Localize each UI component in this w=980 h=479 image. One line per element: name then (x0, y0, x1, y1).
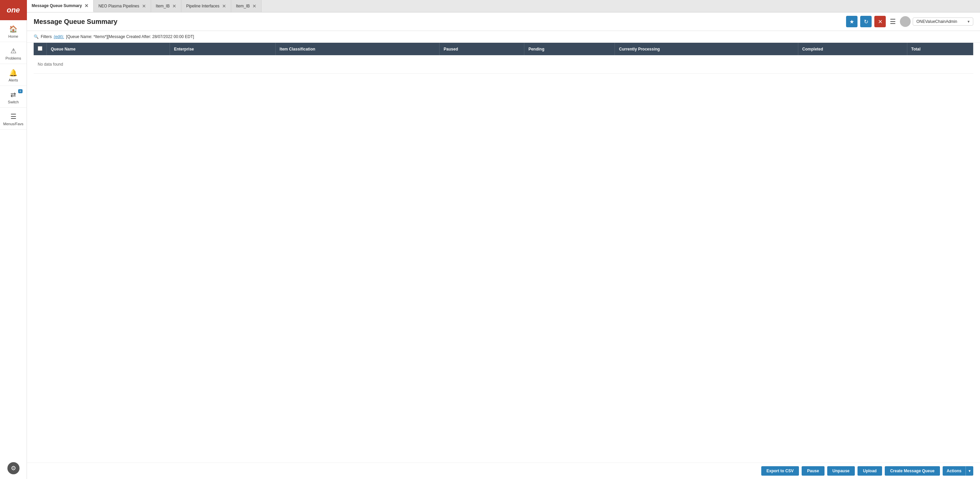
col-queue-name: Queue Name (47, 43, 170, 55)
sidebar-item-home-label: Home (8, 34, 18, 38)
col-completed: Completed (798, 43, 907, 55)
no-data-message: No data found (33, 55, 973, 74)
tab-pipeline-interfaces[interactable]: Pipeline Interfaces ✕ (181, 0, 231, 12)
tab-message-queue-label: Message Queue Summary (32, 3, 82, 8)
actions-button[interactable]: Actions (943, 466, 966, 476)
home-icon: 🏠 (9, 25, 18, 33)
tab-item-ib-1[interactable]: Item_IB ✕ (151, 0, 181, 12)
bottom-action-bar: Export to CSV Pause Unpause Upload Creat… (27, 463, 980, 479)
tab-message-queue-summary[interactable]: Message Queue Summary ✕ (27, 0, 94, 12)
upload-button[interactable]: Upload (858, 466, 882, 476)
pause-button[interactable]: Pause (802, 466, 824, 476)
filter-text: [Queue Name: *Items*][Message Created Af… (66, 34, 194, 39)
menus-favs-icon: ☰ (10, 113, 16, 121)
page-title: Message Queue Summary (33, 18, 118, 25)
sidebar: one 🏠 Home ⚠ Problems 🔔 Alerts ⇄ ≡ Switc… (0, 0, 27, 479)
sidebar-item-menus-favs[interactable]: ☰ Menus/Favs (0, 108, 27, 130)
settings-icon[interactable]: ⚙ (7, 462, 19, 474)
dropdown-arrow-icon: ▾ (967, 19, 970, 24)
sidebar-item-home[interactable]: 🏠 Home (0, 20, 27, 42)
user-dropdown[interactable]: ONEValueChainAdmin ▾ (913, 18, 973, 25)
tab-pipeline-interfaces-label: Pipeline Interfaces (186, 4, 220, 8)
sidebar-item-menus-favs-label: Menus/Favs (3, 122, 24, 126)
tab-neo-plasma-pipelines[interactable]: NEO Plasma Pipelines ✕ (94, 0, 151, 12)
col-pending: Pending (524, 43, 615, 55)
sidebar-item-problems-label: Problems (5, 56, 21, 60)
tab-pipeline-interfaces-close[interactable]: ✕ (222, 4, 226, 8)
sidebar-item-switch[interactable]: ⇄ ≡ Switch (0, 86, 27, 108)
tab-item-ib-2[interactable]: Item_IB ✕ (231, 0, 261, 12)
problems-icon: ⚠ (10, 47, 16, 55)
col-item-classification: Item Classification (275, 43, 439, 55)
message-queue-table: Queue Name Enterprise Item Classificatio… (33, 43, 973, 74)
user-avatar (900, 16, 911, 27)
sidebar-item-problems[interactable]: ⚠ Problems (0, 42, 27, 64)
col-currently-processing: Currently Processing (615, 43, 798, 55)
tab-message-queue-close[interactable]: ✕ (84, 3, 89, 8)
app-logo[interactable]: one (0, 0, 27, 20)
table-empty-row: No data found (33, 55, 973, 74)
table-container: Queue Name Enterprise Item Classificatio… (27, 43, 980, 463)
unpause-button[interactable]: Unpause (827, 466, 855, 476)
refresh-button[interactable]: ↻ (860, 16, 872, 27)
sidebar-item-alerts-label: Alerts (8, 78, 18, 82)
filter-bar: 🔍 Filters (edit): [Queue Name: *Items*][… (27, 31, 980, 43)
actions-split-button: Actions ▾ (943, 466, 973, 476)
tab-item-ib-2-label: Item_IB (236, 4, 250, 8)
col-paused: Paused (439, 43, 524, 55)
select-all-checkbox[interactable] (38, 46, 42, 51)
tab-item-ib-1-close[interactable]: ✕ (172, 4, 177, 8)
sidebar-item-alerts[interactable]: 🔔 Alerts (0, 64, 27, 86)
table-body: No data found (33, 55, 973, 74)
filters-label: Filters (41, 34, 52, 39)
content-area: 🔍 Filters (edit): [Queue Name: *Items*][… (27, 31, 980, 479)
sidebar-item-switch-label: Switch (8, 100, 19, 104)
col-checkbox (33, 43, 47, 55)
user-name: ONEValueChainAdmin (916, 19, 957, 24)
export-csv-button[interactable]: Export to CSV (761, 466, 799, 476)
switch-badge: ≡ (18, 89, 22, 93)
table-header-row: Queue Name Enterprise Item Classificatio… (33, 43, 973, 55)
tab-neo-plasma-label: NEO Plasma Pipelines (98, 4, 139, 8)
filter-edit-link[interactable]: (edit): (54, 34, 64, 39)
tab-bar: Message Queue Summary ✕ NEO Plasma Pipel… (27, 0, 980, 13)
create-message-queue-button[interactable]: Create Message Queue (885, 466, 940, 476)
actions-dropdown-arrow[interactable]: ▾ (966, 466, 973, 476)
col-total: Total (907, 43, 973, 55)
user-section: ONEValueChainAdmin ▾ (900, 16, 973, 27)
close-page-button[interactable]: ✕ (874, 16, 886, 27)
filter-search-icon: 🔍 (33, 34, 39, 39)
main-area: Message Queue Summary ✕ NEO Plasma Pipel… (27, 0, 980, 479)
sidebar-nav: 🏠 Home ⚠ Problems 🔔 Alerts ⇄ ≡ Switch ☰ … (0, 20, 27, 457)
header-actions: ★ ↻ ✕ ☰ ONEValueChainAdmin ▾ (846, 16, 973, 27)
sidebar-bottom: ⚙ (0, 457, 27, 479)
tab-item-ib-1-label: Item_IB (156, 4, 170, 8)
col-enterprise: Enterprise (170, 43, 275, 55)
tab-item-ib-2-close[interactable]: ✕ (252, 4, 256, 8)
header-bar: Message Queue Summary ★ ↻ ✕ ☰ ONEValueCh… (27, 13, 980, 31)
star-button[interactable]: ★ (846, 16, 858, 27)
menu-button[interactable]: ☰ (888, 18, 897, 25)
tab-neo-plasma-close[interactable]: ✕ (142, 4, 146, 8)
switch-icon: ⇄ (10, 91, 16, 99)
alerts-icon: 🔔 (9, 68, 18, 77)
